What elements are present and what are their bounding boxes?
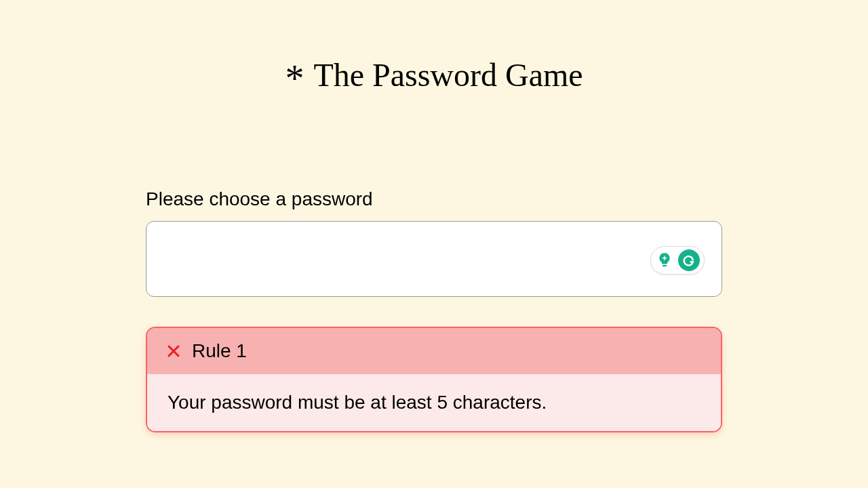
grammarly-icon bbox=[678, 249, 700, 271]
grammarly-widget[interactable] bbox=[650, 246, 705, 274]
asterisk-icon: * bbox=[285, 60, 304, 98]
page-title: * The Password Game bbox=[285, 56, 583, 94]
rule-number-label: Rule 1 bbox=[192, 340, 247, 362]
bulb-icon bbox=[655, 251, 674, 270]
rule-card: Rule 1 Your password must be at least 5 … bbox=[146, 327, 722, 432]
x-icon bbox=[165, 342, 182, 360]
rule-description: Your password must be at least 5 charact… bbox=[147, 374, 721, 431]
password-input[interactable] bbox=[146, 221, 722, 297]
rule-header: Rule 1 bbox=[147, 328, 721, 374]
password-prompt: Please choose a password bbox=[146, 188, 722, 210]
main-area: Please choose a password bbox=[146, 188, 722, 432]
title-text: The Password Game bbox=[313, 56, 583, 94]
svg-rect-0 bbox=[663, 265, 667, 266]
input-wrapper bbox=[146, 221, 722, 300]
page-container: * The Password Game Please choose a pass… bbox=[0, 0, 868, 432]
